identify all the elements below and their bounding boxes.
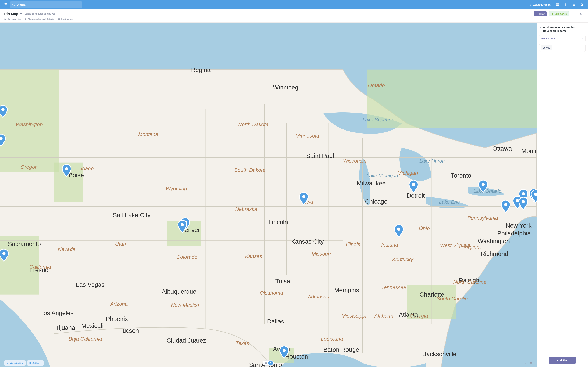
visualization-type-button[interactable]: Visualization	[4, 360, 26, 366]
filter-column-title: Businesses – Acs Median Household Income	[543, 26, 586, 33]
svg-point-3	[4, 4, 5, 5]
map-label: Phoenix	[106, 316, 128, 322]
view-mode-toggle	[263, 360, 274, 366]
svg-point-8	[7, 6, 7, 7]
apps-grid-button[interactable]	[555, 2, 560, 8]
map-label: Detroit	[407, 192, 425, 199]
chart-view-toggle[interactable]	[268, 361, 273, 365]
map-label: Utah	[115, 241, 126, 247]
map-label: Memphis	[334, 287, 359, 293]
bell-icon[interactable]	[529, 362, 532, 364]
breadcrumb-table[interactable]: Businesses	[58, 18, 73, 20]
map-label: Jacksonville	[423, 351, 456, 358]
database-icon	[25, 18, 27, 20]
svg-point-7	[5, 6, 6, 7]
map-label: Montana	[138, 131, 158, 137]
map-label: North Dakota	[238, 122, 268, 127]
map-label: South Dakota	[234, 167, 265, 173]
viz-settings-button[interactable]: Settings	[27, 360, 43, 366]
map-label: Nebraska	[235, 206, 257, 212]
gear-icon	[29, 362, 31, 364]
map-label: West Virginia	[440, 242, 470, 248]
map-label: Minnesota	[295, 133, 319, 139]
map-label: Nevada	[58, 246, 75, 252]
map-visualization[interactable]: ReginaWinnipegOttawaMontréalTorontoMilwa…	[0, 23, 536, 367]
map-label: Ottawa	[493, 145, 512, 152]
search-input[interactable]	[17, 3, 80, 6]
map-label: Ciudad Juárez	[167, 337, 206, 344]
settings-label: Settings	[32, 362, 41, 364]
svg-point-31	[522, 192, 525, 195]
filter-value-box[interactable]: 70,000	[539, 44, 586, 52]
breadcrumb-collection[interactable]: Our analytics	[4, 18, 21, 20]
chevron-left-icon	[539, 26, 541, 28]
svg-point-4	[5, 4, 6, 5]
settings-gear-button[interactable]	[579, 2, 585, 8]
map-label: Salt Lake City	[113, 212, 150, 218]
svg-point-25	[412, 183, 415, 186]
map-label: Pennsylvania	[467, 215, 498, 221]
map-label: Missouri	[312, 251, 331, 257]
folder-icon	[4, 18, 7, 20]
map-label: Montréal	[521, 148, 536, 154]
create-new-button[interactable]	[563, 2, 568, 8]
map-label: Kansas City	[291, 238, 324, 245]
grid-icon	[556, 3, 559, 6]
map-label: Boise	[69, 172, 84, 178]
map-label: Idaho	[81, 166, 94, 171]
filter-value-chip[interactable]: 70,000	[541, 45, 553, 50]
map-label: Chicago	[365, 198, 388, 205]
map-label: South Carolina	[437, 296, 471, 301]
global-search[interactable]	[10, 1, 82, 8]
filter-operator-select[interactable]: Greater than	[539, 35, 586, 42]
summarize-button[interactable]: Summarize	[549, 11, 569, 17]
map-label: Milwaukee	[357, 180, 386, 187]
map-label: Lake Huron	[419, 158, 445, 164]
map-label: Lake Erie	[439, 199, 460, 205]
archive-button[interactable]	[571, 2, 576, 8]
summarize-button-label: Summarize	[555, 13, 567, 15]
filter-operator-value: Greater than	[541, 37, 555, 40]
map-label: Toronto	[451, 172, 471, 179]
svg-point-24	[302, 195, 305, 198]
list-steps-icon	[573, 12, 575, 15]
map-label: Arizona	[110, 301, 128, 307]
filter-button[interactable]: Filter	[534, 11, 547, 17]
app-header: Ask a question	[0, 0, 588, 9]
question-title-block[interactable]: Pin Map	[4, 12, 22, 16]
gear-icon	[580, 3, 583, 6]
map-label: Lake Ontario	[473, 188, 501, 194]
ask-question-label: Ask a question	[533, 3, 551, 6]
filter-panel: Businesses – Acs Median Household Income…	[536, 23, 588, 367]
add-filter-button[interactable]: Add filter	[549, 357, 576, 364]
refresh-icon	[580, 12, 583, 15]
archive-icon	[572, 3, 575, 6]
map-label: Washington	[478, 238, 510, 244]
map-label: Tucson	[119, 327, 139, 334]
edit-meta: Edited 15 minutes ago by you	[25, 13, 55, 15]
svg-point-29	[504, 203, 507, 206]
notebook-editor-button[interactable]	[571, 11, 576, 16]
map-label: Washington	[16, 122, 43, 127]
map-label: Regina	[191, 67, 210, 73]
pin-icon	[269, 362, 272, 364]
refresh-button[interactable]	[579, 11, 584, 16]
metabase-logo-icon[interactable]	[3, 3, 7, 7]
download-icon[interactable]	[524, 362, 527, 364]
svg-point-0	[4, 3, 5, 4]
svg-point-26	[482, 183, 485, 186]
breadcrumb-database[interactable]: Metabase Laravel Tutorial	[25, 18, 55, 20]
map-label: Kansas	[245, 253, 262, 259]
map-label: Baton Rouge	[323, 346, 359, 353]
table-view-toggle[interactable]	[263, 361, 268, 365]
svg-point-23	[181, 223, 184, 226]
breadcrumb-database-label: Metabase Laravel Tutorial	[28, 18, 55, 20]
chevron-down-icon	[20, 13, 22, 15]
map-label: Winnipeg	[273, 84, 299, 91]
map-label: Lake Michigan	[366, 173, 398, 178]
map-label: Lincoln	[268, 219, 288, 225]
filter-back-button[interactable]	[539, 26, 541, 29]
ask-question-button[interactable]: Ask a question	[527, 2, 552, 8]
breadcrumb-collection-label: Our analytics	[8, 18, 21, 20]
map-label: Tulsa	[276, 278, 290, 284]
